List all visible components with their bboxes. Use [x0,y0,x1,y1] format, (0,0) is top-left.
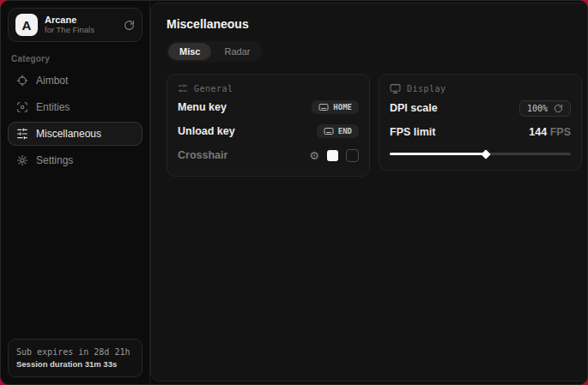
sidebar-item-label: Settings [36,154,73,166]
display-card-title: Display [407,84,446,93]
sidebar-item-aimbot[interactable]: Aimbot [8,69,142,93]
menu-key-label: Menu key [178,101,227,113]
unload-key-bind-button[interactable]: END [317,124,359,138]
crosshair-settings-gear-icon[interactable]: ⚙ [309,150,319,161]
dpi-scale-row: DPI scale 100% [390,98,571,118]
sidebar-item-label: Miscellaneous [36,128,101,140]
main-panel: Miscellaneous Misc Radar General [150,3,588,382]
general-card-title: General [194,84,233,93]
fps-limit-value: 144 FPS [529,126,571,138]
tab-bar: Misc Radar [167,41,263,62]
display-card: Display DPI scale 100% FPS limit [379,74,582,171]
app-name: Arcane [45,15,117,26]
fps-limit-row: FPS limit 144 FPS [390,122,571,142]
tab-misc[interactable]: Misc [168,43,211,60]
session-duration-text: Session duration 31m 33s [16,358,134,370]
dpi-scale-control[interactable]: 100% [519,100,571,117]
tab-radar[interactable]: Radar [213,43,261,60]
keyboard-icon [324,127,334,135]
sidebar-spacer [8,172,142,339]
app-logo: A [15,14,38,36]
sidebar-item-label: Aimbot [36,75,68,87]
app-window: A Arcane for The Finals Category [0,0,588,385]
app-subtitle: for The Finals [45,26,117,35]
general-card: General Menu key HOME Unload key [167,74,370,177]
sub-expiry-text: Sub expires in 28d 21h [16,346,134,358]
menu-key-bind-button[interactable]: HOME [312,100,359,114]
sidebar-item-settings[interactable]: Settings [8,148,142,172]
gear-icon [16,154,28,166]
unload-key-value: END [338,127,352,135]
fps-limit-slider[interactable] [390,147,571,159]
slider-fill [390,153,486,155]
monitor-icon [390,83,401,94]
subscription-card: Sub expires in 28d 21h Session duration … [8,339,142,377]
slider-thumb[interactable] [481,149,490,159]
crosshair-label: Crosshair [178,149,227,161]
sliders-icon [178,83,188,93]
dpi-scale-label: DPI scale [390,102,438,114]
display-card-header: Display [390,83,571,94]
menu-key-row: Menu key HOME [178,97,359,117]
crosshair-checkbox[interactable] [346,149,359,162]
menu-key-value: HOME [333,103,352,111]
category-label: Category [11,54,139,63]
crosshair-controls: ⚙ [309,149,359,162]
refresh-icon[interactable] [554,104,563,113]
scan-icon [16,101,28,113]
fps-unit: FPS [547,126,571,138]
unload-key-label: Unload key [178,125,235,137]
crosshair-color-swatch[interactable] [327,150,338,161]
keyboard-icon [318,103,329,111]
sidebar-item-entities[interactable]: Entities [8,95,142,119]
sidebar-item-miscellaneous[interactable]: Miscellaneous [8,122,142,146]
brand-card: A Arcane for The Finals [8,8,142,42]
dpi-scale-value: 100% [527,104,548,113]
sliders-icon [16,128,28,140]
page-title: Miscellaneous [167,17,582,31]
crosshair-row: Crosshair ⚙ [178,145,359,165]
cards-row: General Menu key HOME Unload key [167,74,582,177]
sidebar-nav: Aimbot Entities [8,69,142,172]
brand-text: Arcane for The Finals [45,15,117,35]
refresh-icon[interactable] [124,20,135,31]
fps-limit-label: FPS limit [390,126,435,138]
crosshair-icon [16,75,28,87]
sidebar: A Arcane for The Finals Category [1,1,150,384]
sidebar-item-label: Entities [36,101,70,113]
general-card-header: General [178,83,359,93]
unload-key-row: Unload key END [178,121,359,141]
